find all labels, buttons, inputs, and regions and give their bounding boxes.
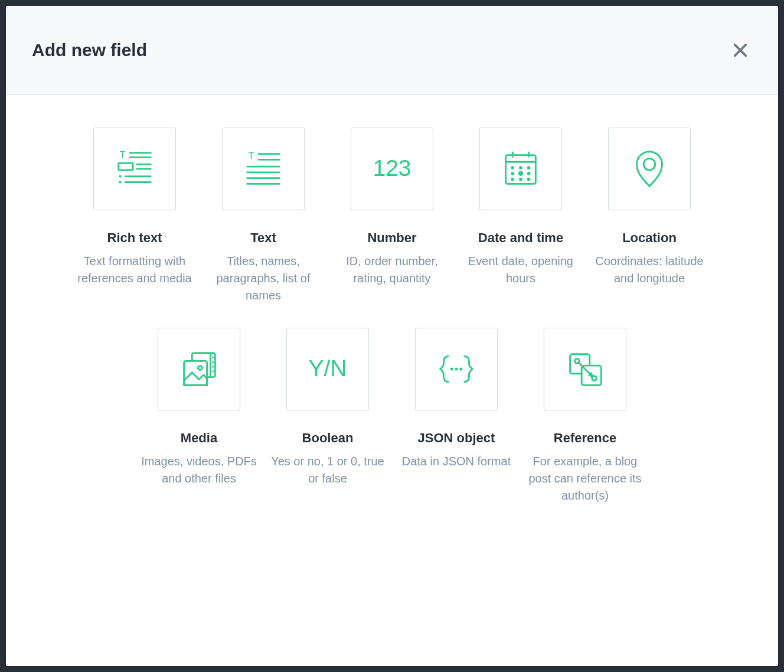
media-icon bbox=[158, 328, 240, 410]
svg-point-26 bbox=[527, 166, 531, 169]
field-type-title: Rich text bbox=[107, 230, 162, 246]
field-type-desc: Titles, names, paragraphs, list of names bbox=[202, 253, 325, 304]
svg-point-39 bbox=[212, 370, 214, 372]
location-pin-icon bbox=[608, 128, 691, 210]
field-type-desc: Event date, opening hours bbox=[459, 253, 582, 287]
field-type-desc: Data in JSON format bbox=[400, 453, 514, 470]
svg-point-43 bbox=[450, 367, 453, 370]
svg-rect-5 bbox=[119, 163, 133, 170]
field-type-desc: Text formatting with references and medi… bbox=[73, 253, 196, 287]
svg-point-8 bbox=[119, 175, 121, 178]
number-icon: 123 bbox=[351, 128, 433, 210]
field-type-boolean[interactable]: Y/N Boolean Yes or no, 1 or 0, true or f… bbox=[266, 328, 389, 504]
calendar-icon bbox=[479, 128, 562, 210]
svg-point-32 bbox=[527, 178, 531, 181]
svg-point-30 bbox=[511, 178, 514, 181]
field-type-title: JSON object bbox=[418, 430, 495, 446]
boolean-icon: Y/N bbox=[286, 328, 369, 410]
svg-point-10 bbox=[119, 181, 121, 183]
add-field-dialog: Add new field T bbox=[6, 6, 778, 666]
dialog-header: Add new field bbox=[6, 6, 778, 94]
field-type-reference[interactable]: Reference For example, a blog post can r… bbox=[524, 328, 646, 504]
svg-point-24 bbox=[511, 166, 514, 169]
svg-point-45 bbox=[459, 367, 462, 370]
field-type-desc: Images, videos, PDFs and other files bbox=[138, 453, 260, 487]
field-type-desc: Yes or no, 1 or 0, true or false bbox=[266, 453, 389, 487]
svg-text:T: T bbox=[249, 151, 254, 161]
svg-point-27 bbox=[511, 172, 514, 175]
svg-point-44 bbox=[455, 367, 458, 370]
field-type-desc: For example, a blog post can reference i… bbox=[524, 453, 646, 504]
svg-point-31 bbox=[519, 178, 522, 181]
dialog-body: T Rich text Text bbox=[6, 94, 778, 666]
reference-icon bbox=[544, 328, 626, 410]
svg-text:T: T bbox=[120, 150, 126, 160]
field-type-desc: Coordinates: latitude and longitude bbox=[588, 253, 711, 287]
field-type-text[interactable]: T Text Titles, names, paragraphs, list o… bbox=[202, 128, 325, 304]
field-type-title: Text bbox=[250, 230, 276, 246]
field-type-title: Location bbox=[622, 230, 677, 246]
field-type-grid: T Rich text Text bbox=[67, 128, 717, 504]
svg-point-38 bbox=[212, 366, 214, 368]
field-type-media[interactable]: Media Images, videos, PDFs and other fil… bbox=[138, 328, 260, 504]
rich-text-icon: T bbox=[93, 128, 176, 210]
field-type-json[interactable]: JSON object Data in JSON format bbox=[395, 328, 518, 504]
close-icon bbox=[732, 42, 749, 58]
svg-rect-40 bbox=[184, 361, 207, 385]
svg-point-25 bbox=[519, 166, 522, 169]
svg-text:Y/N: Y/N bbox=[308, 355, 347, 381]
field-type-rich-text[interactable]: T Rich text Text bbox=[73, 128, 196, 304]
field-type-datetime[interactable]: Date and time Event date, opening hours bbox=[459, 128, 582, 304]
field-type-title: Boolean bbox=[302, 430, 354, 446]
field-type-title: Media bbox=[181, 430, 217, 446]
svg-point-33 bbox=[643, 158, 655, 170]
svg-point-29 bbox=[527, 172, 531, 175]
field-type-title: Date and time bbox=[478, 230, 563, 246]
text-icon: T bbox=[222, 128, 305, 210]
field-type-desc: ID, order number, rating, quantity bbox=[331, 253, 453, 287]
svg-point-36 bbox=[212, 357, 214, 358]
field-type-location[interactable]: Location Coordinates: latitude and longi… bbox=[588, 128, 711, 304]
svg-point-28 bbox=[518, 171, 523, 176]
dialog-title: Add new field bbox=[32, 40, 147, 60]
svg-point-37 bbox=[212, 361, 214, 363]
field-type-title: Reference bbox=[554, 430, 616, 446]
close-button[interactable] bbox=[729, 38, 752, 62]
json-icon bbox=[415, 328, 498, 410]
field-type-number[interactable]: 123 Number ID, order number, rating, qua… bbox=[331, 128, 453, 304]
svg-text:123: 123 bbox=[373, 155, 411, 181]
field-type-title: Number bbox=[367, 230, 416, 246]
